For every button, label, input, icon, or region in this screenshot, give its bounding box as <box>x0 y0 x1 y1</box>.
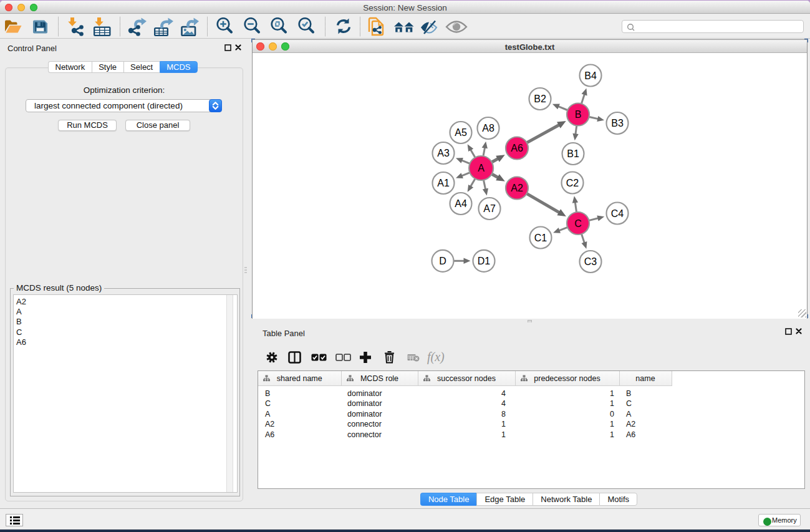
svg-text:A8: A8 <box>482 123 494 133</box>
svg-text:B4: B4 <box>584 70 597 81</box>
svg-text:f(x): f(x) <box>427 350 445 364</box>
svg-text:A7: A7 <box>483 203 496 214</box>
svg-text:C1: C1 <box>534 233 547 243</box>
svg-text:C4: C4 <box>611 208 624 219</box>
svg-text:A6: A6 <box>511 143 523 153</box>
svg-text:A4: A4 <box>455 198 467 209</box>
svg-text:C3: C3 <box>584 256 597 267</box>
svg-text:A1: A1 <box>437 178 450 188</box>
svg-text:B: B <box>575 109 582 120</box>
svg-text:C: C <box>574 218 582 229</box>
svg-text:B3: B3 <box>611 118 624 128</box>
svg-text:A5: A5 <box>455 127 467 138</box>
svg-text:C2: C2 <box>566 178 579 188</box>
svg-text:D1: D1 <box>478 256 491 266</box>
svg-text:A3: A3 <box>437 148 450 158</box>
svg-text:D: D <box>439 256 446 266</box>
svg-text:A2: A2 <box>511 183 523 193</box>
svg-text:B2: B2 <box>534 94 546 104</box>
svg-text:A: A <box>478 163 485 173</box>
svg-text:B1: B1 <box>567 148 579 159</box>
